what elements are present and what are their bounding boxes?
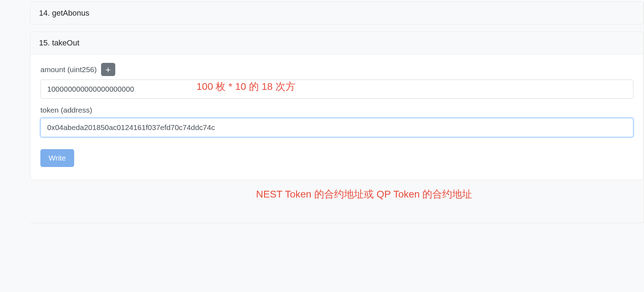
function-body-takeOut: amount (uint256) + 100 枚 * 10 的 18 次方 to… xyxy=(30,54,643,180)
function-title: 15. takeOut xyxy=(39,38,79,47)
annotation-token: NEST Token 的合约地址或 QP Token 的合约地址 xyxy=(256,188,472,201)
field-group-token: token (address) NEST Token 的合约地址或 QP Tok… xyxy=(40,106,633,137)
function-panel-getAbonus: 14. getAbonus xyxy=(30,2,644,25)
field-group-amount: amount (uint256) + 100 枚 * 10 的 18 次方 xyxy=(40,63,633,99)
token-input[interactable] xyxy=(40,118,633,137)
function-header-takeOut[interactable]: 15. takeOut xyxy=(30,32,643,54)
write-button-label: Write xyxy=(49,154,66,162)
field-label-row: amount (uint256) + xyxy=(40,63,633,76)
function-title: 14. getAbonus xyxy=(39,9,89,17)
token-label: token (address) xyxy=(40,106,92,114)
write-button[interactable]: Write xyxy=(40,149,74,167)
plus-icon: + xyxy=(105,65,111,74)
field-label-row: token (address) xyxy=(40,106,633,114)
function-header-getAbonus[interactable]: 14. getAbonus xyxy=(30,2,643,24)
amount-input[interactable] xyxy=(40,80,633,99)
add-amount-button[interactable]: + xyxy=(101,63,115,76)
annotation-amount: 100 枚 * 10 的 18 次方 xyxy=(196,80,295,93)
amount-label: amount (uint256) xyxy=(40,65,97,74)
function-panel-takeOut: 15. takeOut amount (uint256) + 100 枚 * 1… xyxy=(30,32,644,180)
